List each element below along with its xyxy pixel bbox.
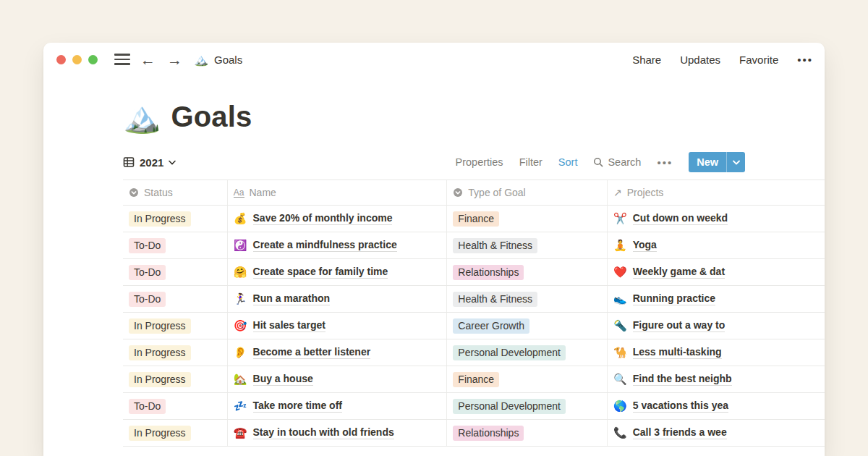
project-page-link[interactable]: Running practice xyxy=(633,292,715,305)
breadcrumb-title: Goals xyxy=(214,54,242,66)
type-of-goal-cell[interactable]: Health & Fitness xyxy=(447,232,608,258)
column-label: Name xyxy=(250,187,276,198)
more-options-icon[interactable]: ••• xyxy=(797,54,813,66)
project-page-link[interactable]: Cut down on weekd xyxy=(633,212,728,225)
type-of-goal-cell[interactable]: Finance xyxy=(447,206,608,232)
projects-cell[interactable]: 🐪Less multi-tasking xyxy=(608,339,825,366)
status-badge: In Progress xyxy=(129,211,191,227)
projects-cell[interactable]: 🔍Find the best neighb xyxy=(608,366,825,392)
page-icon[interactable]: 🏔️ xyxy=(123,102,161,132)
favorite-button[interactable]: Favorite xyxy=(739,54,778,66)
type-of-goal-cell[interactable]: Finance xyxy=(447,366,608,392)
column-header-status[interactable]: Status xyxy=(123,180,228,205)
project-page-link[interactable]: Yoga xyxy=(633,239,657,252)
name-cell[interactable]: 🏃‍♀️Run a marathon xyxy=(228,286,448,312)
project-page-link[interactable]: 5 vacations this yea xyxy=(633,400,728,413)
notion-window: ← → 🏔️ Goals Share Updates Favorite ••• … xyxy=(43,43,825,456)
type-of-goal-badge: Relationships xyxy=(453,265,524,280)
breadcrumb[interactable]: 🏔️ Goals xyxy=(194,53,242,67)
properties-button[interactable]: Properties xyxy=(456,156,503,168)
goal-page-link[interactable]: Run a marathon xyxy=(253,292,331,305)
goal-emoji-icon: 🏡 xyxy=(234,373,247,386)
new-button-chevron-icon[interactable] xyxy=(726,152,745,172)
traffic-light-zoom[interactable] xyxy=(88,55,98,64)
project-emoji-icon: 🐪 xyxy=(613,346,627,359)
projects-cell[interactable]: 🧘Yoga xyxy=(608,232,825,258)
column-header-projects[interactable]: ↗ Projects xyxy=(608,180,825,205)
status-cell[interactable]: In Progress xyxy=(123,420,228,446)
name-cell[interactable]: ☯️Create a mindfulness practice xyxy=(228,232,448,258)
name-cell[interactable]: 🤗Create space for family time xyxy=(228,259,448,285)
project-page-link[interactable]: Find the best neighb xyxy=(633,373,732,386)
view-more-icon[interactable]: ••• xyxy=(657,156,673,169)
updates-button[interactable]: Updates xyxy=(680,54,720,66)
goals-table: Status Aa Name Type of Goal ↗ Projects I… xyxy=(123,180,825,447)
name-cell[interactable]: 💤Take more time off xyxy=(228,393,448,419)
project-page-link[interactable]: Less multi-tasking xyxy=(633,346,722,359)
type-of-goal-cell[interactable]: Relationships xyxy=(447,259,608,285)
new-button-label[interactable]: New xyxy=(689,152,726,172)
project-page-link[interactable]: Call 3 friends a wee xyxy=(633,426,727,439)
type-of-goal-cell[interactable]: Health & Fitness xyxy=(447,286,608,312)
project-page-link[interactable]: Figure out a way to xyxy=(633,319,726,332)
goal-page-link[interactable]: Create space for family time xyxy=(253,266,388,279)
traffic-light-minimize[interactable] xyxy=(72,55,82,64)
filter-button[interactable]: Filter xyxy=(519,156,542,168)
projects-cell[interactable]: ✂️Cut down on weekd xyxy=(608,206,825,232)
type-of-goal-cell[interactable]: Relationships xyxy=(447,420,608,446)
projects-cell[interactable]: 👟Running practice xyxy=(608,286,825,312)
column-header-name[interactable]: Aa Name xyxy=(228,180,448,205)
name-cell[interactable]: 🎯Hit sales target xyxy=(228,313,448,339)
project-page-link[interactable]: Weekly game & dat xyxy=(633,266,725,279)
status-badge: To-Do xyxy=(129,238,166,253)
projects-cell[interactable]: 🌎5 vacations this yea xyxy=(608,393,825,419)
status-badge: To-Do xyxy=(129,399,166,414)
projects-cell[interactable]: 📞Call 3 friends a wee xyxy=(608,420,825,446)
status-badge: In Progress xyxy=(129,426,191,441)
name-cell[interactable]: 🏡Buy a house xyxy=(228,366,448,392)
sort-button[interactable]: Sort xyxy=(558,156,578,168)
traffic-light-close[interactable] xyxy=(56,55,66,64)
status-cell[interactable]: To-Do xyxy=(123,286,228,312)
share-button[interactable]: Share xyxy=(632,54,661,66)
search-button[interactable]: Search xyxy=(593,156,641,168)
name-cell[interactable]: ☎️Stay in touch with old friends xyxy=(228,420,448,446)
status-cell[interactable]: To-Do xyxy=(123,393,228,419)
name-cell[interactable]: 👂Become a better listener xyxy=(228,339,448,366)
page-title[interactable]: Goals xyxy=(171,101,252,133)
project-emoji-icon: 🌎 xyxy=(613,400,627,413)
goal-emoji-icon: 🏃‍♀️ xyxy=(234,292,247,305)
goal-page-link[interactable]: Save 20% of monthly income xyxy=(253,212,393,225)
type-of-goal-cell[interactable]: Personal Development xyxy=(447,339,608,366)
name-cell[interactable]: 💰Save 20% of monthly income xyxy=(228,206,448,232)
goal-page-link[interactable]: Stay in touch with old friends xyxy=(253,426,394,439)
goal-page-link[interactable]: Take more time off xyxy=(253,400,342,413)
table-row: To-Do💤Take more time offPersonal Develop… xyxy=(123,393,825,420)
forward-arrow-icon[interactable]: → xyxy=(167,52,182,67)
goal-page-link[interactable]: Create a mindfulness practice xyxy=(253,239,397,252)
back-arrow-icon[interactable]: ← xyxy=(140,52,156,67)
text-property-icon: Aa xyxy=(234,188,244,198)
view-tab-2021[interactable]: 2021 xyxy=(123,156,176,169)
goal-page-link[interactable]: Hit sales target xyxy=(253,319,326,332)
goal-page-link[interactable]: Buy a house xyxy=(253,373,313,386)
projects-cell[interactable]: ❤️Weekly game & dat xyxy=(608,259,825,285)
new-button[interactable]: New xyxy=(689,152,745,172)
type-of-goal-cell[interactable]: Career Growth xyxy=(447,313,608,339)
status-cell[interactable]: In Progress xyxy=(123,366,228,392)
table-row: In Progress💰Save 20% of monthly incomeFi… xyxy=(123,206,825,232)
table-row: To-Do🤗Create space for family timeRelati… xyxy=(123,259,825,286)
project-emoji-icon: ✂️ xyxy=(613,212,627,225)
status-badge: In Progress xyxy=(129,372,191,387)
table-body: In Progress💰Save 20% of monthly incomeFi… xyxy=(123,206,825,447)
status-cell[interactable]: In Progress xyxy=(123,313,228,339)
status-cell[interactable]: In Progress xyxy=(123,339,228,366)
status-cell[interactable]: In Progress xyxy=(123,206,228,232)
status-cell[interactable]: To-Do xyxy=(123,232,228,258)
projects-cell[interactable]: 🔦Figure out a way to xyxy=(608,313,825,339)
type-of-goal-cell[interactable]: Personal Development xyxy=(447,393,608,419)
status-cell[interactable]: To-Do xyxy=(123,259,228,285)
sidebar-toggle-icon[interactable] xyxy=(114,54,130,65)
column-header-type-of-goal[interactable]: Type of Goal xyxy=(447,180,608,205)
goal-page-link[interactable]: Become a better listener xyxy=(253,346,371,359)
